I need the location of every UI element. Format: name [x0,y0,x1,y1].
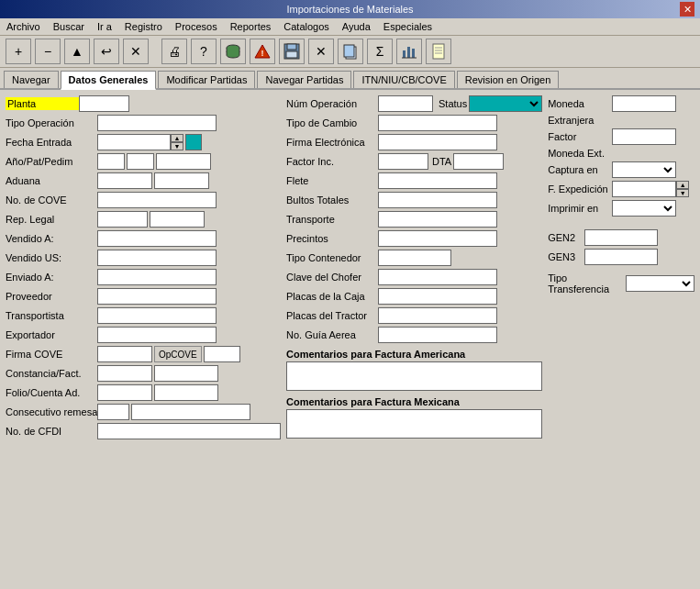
menu-reportes[interactable]: Reportes [228,20,274,33]
extranjera-label: Extranjera [548,115,612,126]
sum-button[interactable]: Σ [367,39,393,64]
flete-label: Flete [286,175,378,186]
svg-rect-12 [433,44,444,59]
firma-cove-input[interactable] [97,346,152,362]
factura-americana-textarea[interactable] [286,361,542,391]
captura-en-select[interactable] [612,161,676,178]
menu-especiales[interactable]: Especiales [381,20,435,33]
tipo-op-input[interactable] [97,115,217,131]
print-button[interactable]: 🖨 [161,39,187,64]
warning-button[interactable]: ! [250,39,275,64]
no-guia-label: No. Guía Aerea [286,329,378,340]
placas-caja-label: Placas de la Caja [286,291,378,302]
exportador-input[interactable] [97,327,217,343]
copy-button[interactable] [338,39,363,64]
proveedor-input[interactable] [97,288,217,305]
anio-input[interactable] [97,153,125,170]
up-button[interactable]: ▲ [64,39,90,64]
factor-input[interactable] [612,128,676,145]
tab-navegar-partidas[interactable]: Navegar Partidas [257,71,351,88]
imprimir-en-select[interactable] [612,200,676,217]
menu-ayuda[interactable]: Ayuda [339,20,373,33]
pedim-input[interactable] [156,153,211,170]
bultos-input[interactable] [378,192,497,208]
add-button[interactable]: + [6,39,31,64]
folio-input1[interactable] [97,384,152,401]
fecha-down-btn[interactable]: ▼ [171,142,183,150]
doc-button[interactable] [426,39,451,64]
gen3-input[interactable] [584,249,658,265]
placas-tractor-input[interactable] [378,307,497,324]
menu-catalogos[interactable]: Catalogos [281,20,332,33]
cancel-button[interactable]: ✕ [123,39,149,64]
help-button[interactable]: ? [191,39,217,64]
opcove-button[interactable]: OpCOVE [154,346,202,362]
fecha-entrada-input[interactable] [97,134,171,150]
tab-itn[interactable]: ITN/NIU/CB/COVE [353,71,454,88]
svg-rect-9 [407,47,410,58]
planta-input[interactable] [79,95,129,112]
clave-chofer-label: Clave del Chofer [286,272,378,283]
chart-button[interactable] [396,39,422,64]
menu-registro[interactable]: Registro [122,20,165,33]
tipo-trans-select[interactable] [626,275,694,292]
close-button[interactable]: ✕ [680,2,694,17]
enviado-a-input[interactable] [97,269,217,285]
rep-legal-input2[interactable] [150,211,205,228]
consecutivo-input2[interactable] [131,404,250,420]
firma-cove-input2[interactable] [204,346,240,362]
save-button[interactable] [279,39,305,64]
clave-chofer-input[interactable] [378,269,497,285]
transportista-label: Transportista [6,310,97,321]
folio-input2[interactable] [154,384,218,401]
f-expedicion-input[interactable] [612,181,676,197]
factor-inc-input[interactable] [378,153,428,170]
fexp-down-btn[interactable]: ▼ [676,189,689,197]
no-cove-input[interactable] [97,192,217,208]
tipo-cont-label: Tipo Contenedor [286,252,378,263]
menu-procesos[interactable]: Procesos [172,20,220,33]
imprimir-en-row: Imprimir en [548,200,694,217]
db-button[interactable] [220,39,246,64]
delete-button[interactable]: ✕ [308,39,334,64]
constancia-input1[interactable] [97,365,152,382]
tab-modificar-partidas[interactable]: Modificar Partidas [158,71,255,88]
vendido-a-input[interactable] [97,230,217,247]
aduana-input2[interactable] [154,172,209,189]
captura-en-label: Captura en [548,164,612,175]
status-select[interactable] [469,95,542,112]
pat-input[interactable] [127,153,154,170]
transportista-input[interactable] [97,307,217,324]
middle-column: Núm Operación Status Tipo de Cambio Firm… [286,95,542,442]
vendido-us-input[interactable] [97,250,217,266]
flete-input[interactable] [378,172,497,189]
precintos-input[interactable] [378,230,497,247]
tab-revision[interactable]: Revision en Origen [457,71,560,88]
tipo-cont-input[interactable] [378,250,451,266]
fecha-up-btn[interactable]: ▲ [171,134,183,142]
tab-datos-generales[interactable]: Datos Generales [61,71,157,90]
constancia-input2[interactable] [154,365,218,382]
gen2-input[interactable] [584,229,658,246]
fecha-entrada-row: Fecha Entrada ▲ ▼ [6,134,281,150]
undo-button[interactable]: ↩ [94,39,119,64]
tab-navegar[interactable]: Navegar [4,71,59,88]
tipo-cambio-input[interactable] [378,115,497,131]
rep-legal-input1[interactable] [97,211,148,228]
num-op-input[interactable] [378,95,433,112]
no-guia-input[interactable] [378,327,497,343]
consecutivo-input1[interactable] [97,404,129,420]
firma-elec-input[interactable] [378,134,497,150]
minus-button[interactable]: − [35,39,61,64]
moneda-input[interactable] [612,95,676,112]
fexp-up-btn[interactable]: ▲ [676,181,689,189]
aduana-input1[interactable] [97,172,152,189]
transporte-input[interactable] [378,211,497,228]
dta-input[interactable] [453,153,504,170]
menu-ir-a[interactable]: Ir a [94,20,115,33]
placas-caja-input[interactable] [378,288,497,305]
menu-buscar[interactable]: Buscar [50,20,87,33]
menu-archivo[interactable]: Archivo [4,20,43,33]
factura-mexicana-textarea[interactable] [286,409,542,439]
no-cfdi-input[interactable] [97,423,281,439]
